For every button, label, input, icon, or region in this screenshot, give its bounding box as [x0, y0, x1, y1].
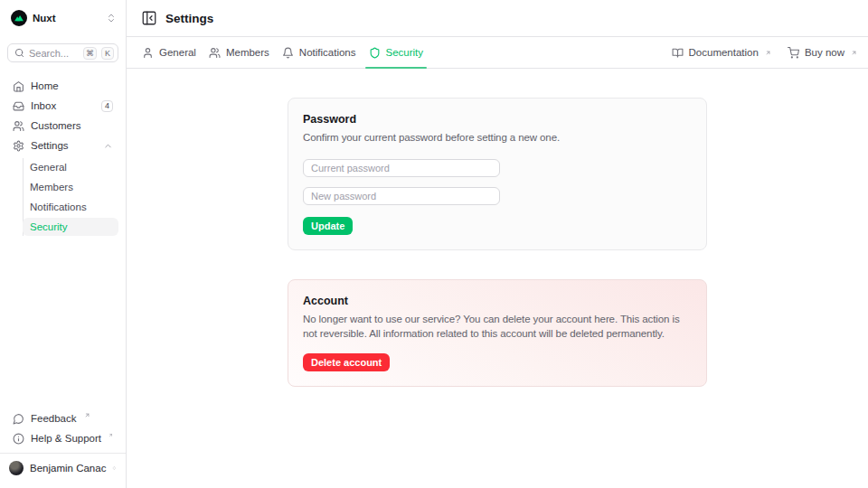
sidebar-item-label: Inbox — [31, 100, 95, 111]
message-circle-icon — [13, 413, 24, 425]
kbd-meta: ⌘ — [83, 47, 97, 60]
inbox-icon — [13, 100, 24, 112]
sidebar-item-label: Customers — [31, 120, 113, 131]
chevrons-up-down-icon — [106, 13, 117, 23]
tab-label: Members — [226, 47, 269, 58]
bell-icon — [282, 47, 294, 59]
sidebar-item-general[interactable]: General — [23, 158, 118, 176]
page-header: Settings — [127, 0, 868, 37]
settings-sub-nav: General Members Notifications Security — [23, 158, 118, 236]
sidebar-item-members[interactable]: Members — [23, 178, 118, 196]
nuxt-logo-icon — [11, 10, 27, 26]
sidebar-nav: Home Inbox 4 Customers Settings General — [7, 77, 118, 236]
gear-icon — [13, 140, 24, 152]
sidebar-item-security[interactable]: Security — [23, 218, 118, 236]
header-links: Documentation Buy now — [672, 37, 857, 68]
tab-general[interactable]: General — [136, 37, 203, 68]
user-icon — [142, 47, 154, 59]
chevron-up-icon — [103, 141, 113, 151]
sidebar-item-help-support[interactable]: Help & Support — [7, 429, 118, 447]
users-icon — [13, 120, 24, 132]
users-icon — [209, 47, 221, 59]
password-card-description: Confirm your current password before set… — [303, 130, 692, 145]
tab-security[interactable]: Security — [363, 37, 430, 68]
sidebar-item-label: Home — [31, 80, 113, 91]
kbd-k: K — [101, 47, 114, 60]
sidebar-item-settings[interactable]: Settings — [7, 136, 118, 155]
tab-label: General — [159, 47, 196, 58]
external-link-icon — [84, 412, 90, 418]
link-label: Documentation — [689, 47, 759, 58]
password-card: Password Confirm your current password b… — [288, 98, 707, 250]
book-open-icon — [672, 47, 684, 59]
tab-notifications[interactable]: Notifications — [276, 37, 363, 68]
update-button[interactable]: Update — [303, 217, 353, 235]
settings-content: Password Confirm your current password b… — [127, 69, 868, 488]
current-password-field[interactable] — [303, 159, 500, 177]
panel-left-close-icon[interactable] — [141, 10, 157, 26]
page-title: Settings — [165, 12, 213, 25]
search-icon — [14, 48, 24, 58]
workspace-switcher[interactable]: Nuxt — [7, 7, 118, 29]
user-menu[interactable]: Benjamin Canac — [0, 453, 126, 481]
external-link-icon — [765, 50, 771, 56]
shield-icon — [369, 47, 381, 59]
link-label: Buy now — [805, 47, 844, 58]
info-icon — [13, 433, 24, 445]
user-name: Benjamin Canac — [30, 463, 106, 474]
sidebar-item-home[interactable]: Home — [7, 77, 118, 95]
sidebar-item-inbox[interactable]: Inbox 4 — [7, 97, 118, 115]
workspace-name: Nuxt — [33, 13, 100, 23]
tab-label: Security — [386, 47, 424, 58]
tab-label: Notifications — [299, 47, 356, 58]
main-panel: Settings General Members Notifications — [127, 0, 868, 488]
tab-members[interactable]: Members — [203, 37, 276, 68]
external-link-icon — [108, 432, 113, 438]
sidebar-item-label: Help & Support — [31, 433, 101, 444]
account-card-title: Account — [303, 295, 692, 307]
sidebar-subitem-label: Security — [30, 221, 68, 232]
tabs: General Members Notifications Security — [136, 37, 429, 68]
chevrons-up-down-icon — [112, 463, 117, 474]
sidebar-subitem-label: General — [30, 162, 67, 173]
sidebar-subitem-label: Members — [30, 182, 73, 192]
sidebar-item-notifications[interactable]: Notifications — [23, 198, 118, 216]
buy-now-link[interactable]: Buy now — [788, 47, 857, 59]
sidebar-item-label: Feedback — [31, 413, 77, 424]
avatar — [9, 461, 24, 475]
external-link-icon — [851, 50, 857, 56]
sidebar-subitem-label: Notifications — [30, 202, 87, 212]
delete-account-button[interactable]: Delete account — [303, 353, 390, 371]
home-icon — [13, 80, 24, 92]
account-card-description: No longer want to use our service? You c… — [303, 312, 692, 342]
sidebar-item-customers[interactable]: Customers — [7, 117, 118, 135]
password-card-title: Password — [303, 113, 692, 126]
sidebar-item-feedback[interactable]: Feedback — [7, 409, 118, 427]
account-card: Account No longer want to use our servic… — [288, 279, 707, 387]
app-window: Nuxt Search... ⌘ K Home Inbox 4 Customer… — [0, 0, 868, 488]
tab-bar: General Members Notifications Security — [127, 37, 868, 69]
new-password-field[interactable] — [303, 187, 500, 205]
search-input[interactable]: Search... ⌘ K — [7, 43, 118, 62]
documentation-link[interactable]: Documentation — [672, 47, 771, 59]
shopping-cart-icon — [788, 47, 799, 59]
sidebar-footer: Feedback Help & Support — [7, 409, 118, 453]
inbox-count-badge: 4 — [101, 100, 113, 112]
sidebar-item-label: Settings — [31, 140, 97, 151]
search-placeholder: Search... — [29, 48, 79, 59]
sidebar: Nuxt Search... ⌘ K Home Inbox 4 Customer… — [0, 0, 127, 488]
